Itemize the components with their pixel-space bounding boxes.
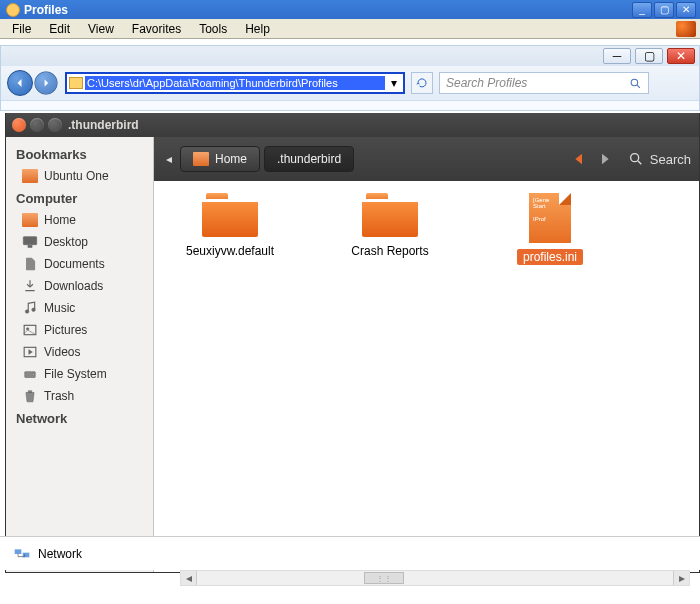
nautilus-search-button[interactable]: Search	[628, 151, 691, 167]
app-icon	[6, 3, 20, 17]
sidebar-item-pictures[interactable]: Pictures	[6, 319, 153, 341]
nautilus-sidebar[interactable]: Bookmarks Ubuntu One Computer Home Deskt…	[6, 137, 154, 572]
forward-button[interactable]	[34, 71, 57, 94]
file-label: 5euxiyvw.default	[180, 243, 280, 259]
menu-help[interactable]: Help	[237, 20, 278, 38]
maximize-button[interactable]: ▢	[654, 2, 674, 18]
downloads-icon	[22, 279, 38, 293]
sidebar-item-ubuntu-one[interactable]: Ubuntu One	[6, 165, 153, 187]
close-button[interactable]: ✕	[676, 2, 696, 18]
explorer-close-button[interactable]: ✕	[667, 48, 695, 64]
sidebar-item-desktop[interactable]: Desktop	[6, 231, 153, 253]
address-text[interactable]: C:\Users\dr\AppData\Roaming\Thunderbird\…	[85, 76, 385, 90]
menu-file[interactable]: File	[4, 20, 39, 38]
nautilus-window: .thunderbird Bookmarks Ubuntu One Comput…	[5, 113, 700, 573]
address-dropdown[interactable]: ▾	[387, 76, 401, 90]
search-icon	[628, 151, 644, 167]
file-item[interactable]: 5euxiyvw.default	[170, 193, 290, 259]
svg-rect-1	[23, 237, 36, 245]
svg-rect-5	[24, 325, 36, 334]
file-label: profiles.ini	[517, 249, 583, 265]
nautilus-close-button[interactable]	[12, 118, 26, 132]
explorer-nav-pane-item[interactable]: Network	[0, 536, 700, 570]
svg-point-6	[27, 328, 29, 330]
pictures-icon	[22, 323, 38, 337]
sidebar-item-label: Pictures	[44, 323, 87, 337]
nautilus-title: .thunderbird	[68, 118, 139, 132]
scroll-track[interactable]: ⋮⋮	[197, 571, 673, 585]
scroll-left-button[interactable]: ◂	[181, 571, 197, 585]
address-bar[interactable]: C:\Users\dr\AppData\Roaming\Thunderbird\…	[65, 72, 405, 94]
horizontal-scrollbar[interactable]: ◂ ⋮⋮ ▸	[180, 570, 690, 586]
disk-icon	[22, 367, 38, 381]
sidebar-item-trash[interactable]: Trash	[6, 385, 153, 407]
scroll-right-button[interactable]: ▸	[673, 571, 689, 585]
file-item[interactable]: Crash Reports	[330, 193, 450, 259]
nautilus-maximize-button[interactable]	[48, 118, 62, 132]
menu-favorites[interactable]: Favorites	[124, 20, 189, 38]
arrow-left-icon	[14, 77, 26, 89]
sidebar-item-documents[interactable]: Documents	[6, 253, 153, 275]
menu-tools[interactable]: Tools	[191, 20, 235, 38]
search-icon	[629, 77, 642, 90]
svg-point-10	[630, 154, 638, 162]
menu-view[interactable]: View	[80, 20, 122, 38]
ini-file-icon: [Gene Start IProf	[529, 193, 571, 243]
search-label: Search	[650, 152, 691, 167]
pathbar-chevron-left[interactable]: ◂	[162, 152, 176, 166]
sidebar-item-label: Videos	[44, 345, 80, 359]
sidebar-item-label: Music	[44, 301, 75, 315]
winxp-menubar: File Edit View Favorites Tools Help	[0, 19, 700, 39]
sidebar-item-label: Ubuntu One	[44, 169, 109, 183]
svg-point-3	[25, 310, 29, 314]
svg-point-0	[631, 79, 638, 86]
pathbar-crumb-current[interactable]: .thunderbird	[264, 146, 354, 172]
desktop-icon	[22, 235, 38, 249]
pathbar-crumb-home[interactable]: Home	[180, 146, 260, 172]
search-placeholder: Search Profiles	[446, 76, 629, 90]
sidebar-item-home[interactable]: Home	[6, 209, 153, 231]
sidebar-header-computer: Computer	[6, 187, 153, 209]
pathbar-label: Home	[215, 152, 247, 166]
nautilus-minimize-button[interactable]	[30, 118, 44, 132]
folder-icon	[69, 77, 83, 89]
file-label: Crash Reports	[345, 243, 434, 259]
trash-icon	[22, 389, 38, 403]
documents-icon	[22, 257, 38, 271]
music-icon	[22, 301, 38, 315]
file-item[interactable]: [Gene Start IProf profiles.ini	[490, 193, 610, 265]
nautilus-titlebar[interactable]: .thunderbird	[6, 113, 699, 137]
sidebar-header-bookmarks: Bookmarks	[6, 143, 153, 165]
menu-edit[interactable]: Edit	[41, 20, 78, 38]
sidebar-item-downloads[interactable]: Downloads	[6, 275, 153, 297]
sidebar-item-filesystem[interactable]: File System	[6, 363, 153, 385]
sidebar-item-label: Downloads	[44, 279, 103, 293]
folder-icon	[362, 193, 418, 237]
nautilus-content[interactable]: 5euxiyvw.default Crash Reports [Gene Sta…	[154, 181, 699, 572]
back-button[interactable]	[7, 70, 33, 96]
nav-back-icon[interactable]	[568, 151, 588, 167]
svg-point-9	[33, 374, 35, 376]
sidebar-item-music[interactable]: Music	[6, 297, 153, 319]
videos-icon	[22, 345, 38, 359]
nav-forward-icon[interactable]	[596, 151, 616, 167]
explorer-minimize-button[interactable]: ─	[603, 48, 631, 64]
arrow-right-icon	[41, 78, 52, 89]
minimize-button[interactable]: _	[632, 2, 652, 18]
svg-rect-2	[28, 245, 32, 247]
pathbar-label: .thunderbird	[277, 152, 341, 166]
scroll-thumb[interactable]: ⋮⋮	[364, 572, 404, 584]
file-preview-line: Start	[533, 203, 567, 209]
file-preview-line: IProf	[533, 216, 567, 222]
sidebar-item-videos[interactable]: Videos	[6, 341, 153, 363]
refresh-button[interactable]	[411, 72, 433, 94]
folder-icon	[202, 193, 258, 237]
explorer-body	[1, 100, 699, 110]
home-icon	[22, 213, 38, 227]
explorer-chrome: ─ ▢ ✕	[1, 46, 699, 66]
sidebar-item-label: Desktop	[44, 235, 88, 249]
sidebar-item-label: File System	[44, 367, 107, 381]
search-input[interactable]: Search Profiles	[439, 72, 649, 94]
explorer-window: ─ ▢ ✕ C:\Users\dr\AppData\Roaming\Thunde…	[0, 45, 700, 111]
explorer-maximize-button[interactable]: ▢	[635, 48, 663, 64]
